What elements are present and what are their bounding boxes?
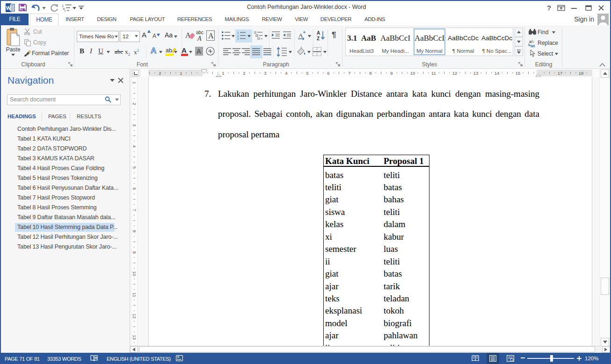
svg-text:2: 2: [132, 103, 137, 105]
svg-text:9: 9: [132, 251, 137, 254]
svg-text:8: 8: [369, 71, 371, 76]
svg-text:6: 6: [132, 187, 137, 190]
svg-text:18: 18: [579, 71, 584, 76]
svg-text:3: 3: [237, 37, 239, 40]
svg-text:ac: ac: [531, 43, 535, 47]
svg-text:W: W: [6, 5, 11, 11]
svg-text:13: 13: [473, 71, 479, 76]
svg-text:7: 7: [348, 71, 350, 76]
svg-text:14: 14: [495, 71, 500, 76]
svg-text:5: 5: [132, 166, 137, 169]
svg-text:?: ?: [547, 4, 551, 12]
svg-text:6: 6: [327, 71, 329, 76]
svg-text:3: 3: [132, 124, 137, 126]
svg-text:3: 3: [264, 71, 266, 76]
svg-text:13: 13: [132, 335, 137, 340]
svg-text:1: 1: [180, 71, 182, 76]
svg-text:11: 11: [132, 293, 137, 297]
svg-text:9: 9: [390, 71, 393, 76]
svg-text:12: 12: [132, 314, 137, 319]
svg-text:2: 2: [159, 71, 161, 76]
svg-text:ab: ab: [166, 47, 172, 54]
svg-text:A: A: [208, 32, 214, 40]
svg-text:Z: Z: [317, 36, 320, 41]
svg-text:4: 4: [285, 71, 287, 76]
svg-text:5: 5: [306, 71, 308, 76]
svg-text:10: 10: [132, 271, 137, 276]
svg-text:11: 11: [431, 71, 436, 76]
svg-text:7: 7: [132, 209, 137, 211]
svg-text:A: A: [197, 35, 202, 41]
svg-text:10: 10: [410, 71, 415, 76]
svg-text:A: A: [196, 47, 201, 55]
svg-text:1: 1: [132, 81, 137, 84]
svg-text:1: 1: [222, 71, 224, 76]
svg-text:1: 1: [237, 31, 239, 34]
svg-text:12: 12: [452, 71, 458, 76]
svg-text:abc: abc: [196, 30, 204, 35]
svg-text:8: 8: [132, 230, 137, 232]
svg-text:2: 2: [243, 71, 245, 76]
svg-text:17: 17: [558, 71, 563, 76]
svg-text:4: 4: [132, 145, 137, 148]
svg-text:A: A: [317, 30, 320, 36]
svg-text:15: 15: [516, 71, 521, 76]
svg-text:i: i: [65, 9, 65, 12]
svg-text:A: A: [298, 32, 303, 39]
